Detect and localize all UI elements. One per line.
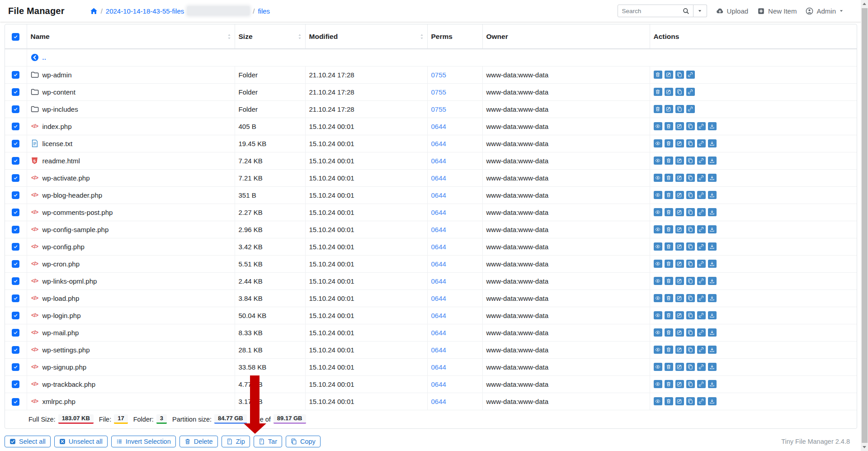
rename-button[interactable]	[675, 397, 684, 405]
perms-link[interactable]: 0644	[431, 140, 446, 147]
perms-link[interactable]: 0755	[431, 88, 446, 96]
perms-link[interactable]: 0644	[431, 243, 446, 251]
breadcrumb-link[interactable]: 2024-10-14-18-43-55-files	[106, 7, 184, 15]
file-name[interactable]: wp-load.php	[42, 294, 80, 302]
rename-button[interactable]	[675, 191, 684, 199]
rename-button[interactable]	[675, 277, 684, 285]
delete-button[interactable]	[665, 139, 673, 147]
perms-link[interactable]: 0644	[431, 294, 446, 302]
copy-button[interactable]	[686, 346, 695, 354]
download-button[interactable]	[708, 380, 717, 388]
delete-button[interactable]	[665, 122, 673, 130]
delete-button[interactable]	[654, 88, 662, 96]
preview-button[interactable]	[654, 363, 662, 371]
column-header-modified[interactable]: Modified	[305, 24, 427, 49]
perms-link[interactable]: 0644	[431, 191, 446, 199]
admin-menu-button[interactable]: Admin	[806, 7, 844, 15]
home-icon[interactable]	[90, 7, 98, 15]
row-checkbox[interactable]	[12, 346, 19, 354]
row-checkbox[interactable]	[12, 209, 19, 216]
file-name[interactable]: license.txt	[42, 140, 73, 147]
file-name[interactable]: wp-mail.php	[42, 329, 79, 337]
folder-name[interactable]: wp-includes	[42, 105, 78, 113]
row-checkbox[interactable]	[12, 191, 19, 199]
preview-button[interactable]	[654, 380, 662, 388]
perms-link[interactable]: 0644	[431, 226, 446, 233]
row-checkbox[interactable]	[12, 140, 19, 147]
preview-button[interactable]	[654, 346, 662, 354]
perms-link[interactable]: 0644	[431, 346, 446, 354]
perms-link[interactable]: 0755	[431, 105, 446, 113]
file-name[interactable]: wp-cron.php	[42, 260, 80, 268]
link-button[interactable]	[697, 139, 706, 147]
rename-button[interactable]	[665, 71, 673, 79]
invert-selection-button[interactable]: Invert Selection	[111, 436, 176, 447]
copy-button[interactable]	[686, 277, 695, 285]
file-name[interactable]: readme.html	[42, 157, 80, 165]
preview-button[interactable]	[654, 328, 662, 337]
link-button[interactable]	[697, 346, 706, 354]
delete-button[interactable]	[665, 208, 673, 216]
file-name[interactable]: wp-signup.php	[42, 363, 87, 371]
row-checkbox[interactable]	[12, 294, 19, 302]
select-all-checkbox[interactable]	[12, 33, 19, 41]
preview-button[interactable]	[654, 397, 662, 405]
row-checkbox[interactable]	[12, 105, 19, 113]
preview-button[interactable]	[654, 277, 662, 285]
perms-link[interactable]: 0644	[431, 174, 446, 182]
perms-link[interactable]: 0644	[431, 312, 446, 319]
preview-button[interactable]	[654, 191, 662, 199]
sort-icon[interactable]	[226, 33, 232, 40]
preview-button[interactable]	[654, 139, 662, 147]
copy-button[interactable]	[686, 311, 695, 319]
row-checkbox[interactable]	[12, 88, 19, 96]
link-button[interactable]	[697, 294, 706, 302]
folder-name[interactable]: wp-content	[42, 88, 75, 96]
row-checkbox[interactable]	[12, 260, 19, 268]
back-circle-icon[interactable]	[31, 53, 39, 62]
row-checkbox[interactable]	[12, 312, 19, 319]
delete-button[interactable]	[665, 380, 673, 388]
file-name[interactable]: wp-links-opml.php	[42, 277, 97, 285]
preview-button[interactable]	[654, 242, 662, 251]
file-name[interactable]: wp-activate.php	[42, 174, 90, 182]
delete-button[interactable]	[665, 397, 673, 405]
rename-button[interactable]	[675, 380, 684, 388]
download-button[interactable]	[708, 397, 717, 405]
delete-button[interactable]	[665, 328, 673, 337]
folder-name[interactable]: wp-admin	[42, 71, 72, 79]
row-checkbox[interactable]	[12, 380, 19, 388]
preview-button[interactable]	[654, 260, 662, 268]
file-name[interactable]: wp-settings.php	[42, 346, 90, 354]
perms-link[interactable]: 0644	[431, 157, 446, 165]
link-button[interactable]	[697, 311, 706, 319]
file-name[interactable]: index.php	[42, 123, 72, 130]
scrollbar-thumb[interactable]	[862, 8, 868, 443]
download-button[interactable]	[708, 346, 717, 354]
file-name[interactable]: wp-blog-header.php	[42, 191, 103, 199]
download-button[interactable]	[708, 311, 717, 319]
link-button[interactable]	[697, 328, 706, 337]
perms-link[interactable]: 0755	[431, 71, 446, 79]
row-checkbox[interactable]	[12, 71, 19, 79]
link-button[interactable]	[697, 208, 706, 216]
rename-button[interactable]	[675, 208, 684, 216]
download-button[interactable]	[708, 208, 717, 216]
rename-button[interactable]	[675, 328, 684, 337]
copy-button[interactable]	[686, 157, 695, 165]
copy-button[interactable]	[675, 105, 684, 113]
delete-button[interactable]	[665, 363, 673, 371]
copy-button[interactable]	[686, 208, 695, 216]
download-button[interactable]	[708, 174, 717, 182]
vertical-scrollbar[interactable]	[861, 0, 868, 451]
link-button[interactable]	[697, 380, 706, 388]
perms-link[interactable]: 0644	[431, 398, 446, 405]
download-button[interactable]	[708, 157, 717, 165]
file-name[interactable]: wp-config-sample.php	[42, 226, 109, 233]
preview-button[interactable]	[654, 294, 662, 302]
link-button[interactable]	[697, 191, 706, 199]
rename-button[interactable]	[675, 122, 684, 130]
delete-button[interactable]	[665, 346, 673, 354]
perms-link[interactable]: 0644	[431, 380, 446, 388]
search-field[interactable]	[618, 5, 693, 17]
